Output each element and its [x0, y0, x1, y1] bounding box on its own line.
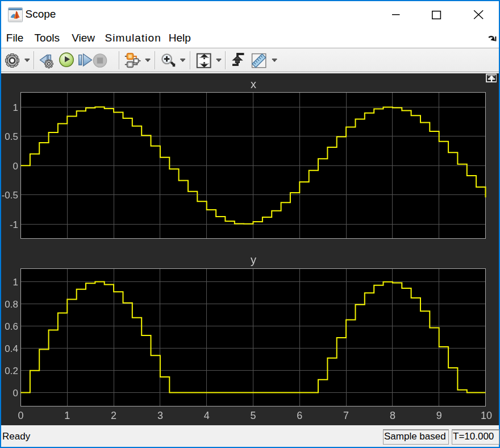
svg-text:-1: -1: [10, 219, 18, 230]
svg-text:6: 6: [297, 410, 302, 421]
svg-text:3: 3: [157, 410, 163, 421]
svg-text:2: 2: [111, 410, 116, 421]
svg-text:0: 0: [13, 161, 18, 172]
svg-text:y: y: [251, 254, 256, 266]
svg-text:1: 1: [13, 102, 18, 113]
svg-text:-0.5: -0.5: [2, 190, 18, 201]
svg-text:7: 7: [343, 410, 349, 421]
svg-text:1: 1: [64, 410, 70, 421]
svg-text:0: 0: [13, 388, 18, 399]
svg-text:0.2: 0.2: [5, 366, 18, 376]
svg-text:10: 10: [481, 410, 492, 421]
svg-text:8: 8: [390, 410, 395, 421]
svg-text:x: x: [251, 78, 256, 90]
svg-text:4: 4: [204, 410, 210, 421]
svg-text:5: 5: [250, 410, 256, 421]
svg-text:0: 0: [18, 410, 23, 421]
svg-text:0.5: 0.5: [5, 131, 18, 142]
svg-text:0.6: 0.6: [5, 321, 18, 332]
svg-text:0.8: 0.8: [5, 299, 18, 310]
svg-text:1: 1: [13, 277, 18, 288]
svg-text:0.4: 0.4: [5, 343, 18, 354]
svg-text:9: 9: [436, 410, 442, 421]
